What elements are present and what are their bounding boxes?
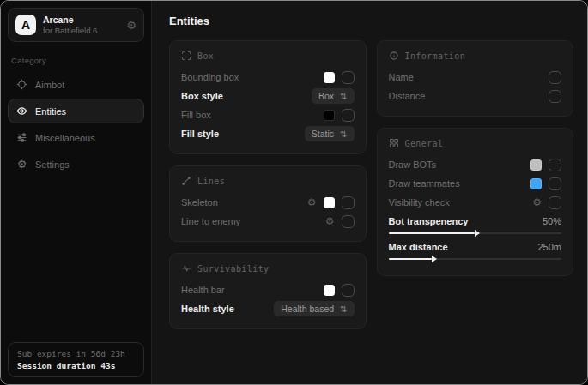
- gear-icon[interactable]: ⚙: [126, 19, 136, 32]
- gear-icon[interactable]: ⚙: [532, 197, 542, 208]
- setting-row-name: Name: [389, 68, 562, 87]
- unfold-icon: ⇅: [340, 92, 347, 101]
- sidebar-item-settings[interactable]: ⚙ Settings: [8, 152, 144, 177]
- setting-row-draw-bots: Draw BOTs: [389, 155, 562, 174]
- sidebar-item-label: Entities: [35, 106, 66, 117]
- info-icon: [389, 51, 399, 61]
- color-swatch[interactable]: [324, 285, 335, 296]
- dropdown-value: Box: [318, 91, 334, 101]
- eye-icon: [16, 105, 27, 117]
- draw-bots-checkbox[interactable]: [549, 159, 561, 171]
- slider-value: 50%: [543, 216, 561, 226]
- dropdown-value: Health based: [281, 304, 334, 314]
- card-title: Lines: [197, 177, 225, 186]
- sliders-icon: [16, 132, 27, 143]
- visibility-check-checkbox[interactable]: [549, 196, 561, 209]
- app-subtitle: for Battlefield 6: [43, 26, 119, 35]
- fill-box-checkbox[interactable]: [342, 109, 355, 122]
- sidebar-item-entities[interactable]: Entities: [8, 99, 144, 123]
- setting-row-fill-style: Fill style Static ⇅: [181, 124, 355, 143]
- setting-row-visibility-check: Visibility check ⚙: [389, 193, 562, 212]
- logo-card: A Arcane for Battlefield 6 ⚙: [8, 8, 144, 42]
- color-swatch[interactable]: [530, 159, 542, 171]
- box-card: Box Bounding box Box style Box: [169, 40, 367, 154]
- color-swatch[interactable]: [324, 110, 335, 121]
- unfold-icon: ⇅: [340, 129, 347, 139]
- setting-row-health-style: Health style Health based ⇅: [181, 299, 355, 318]
- gear-icon[interactable]: ⚙: [307, 197, 317, 208]
- health-style-dropdown[interactable]: Health based ⇅: [274, 301, 354, 316]
- main-content: Entities Box Bounding box: [152, 1, 587, 384]
- grid-icon: [389, 138, 399, 148]
- sidebar: A Arcane for Battlefield 6 ⚙ Category Ai…: [1, 1, 152, 384]
- setting-row-max-distance: Max distance 250m: [389, 239, 562, 255]
- bounding-box-checkbox[interactable]: [342, 71, 355, 84]
- distance-checkbox[interactable]: [549, 90, 561, 103]
- category-label: Category: [11, 56, 141, 65]
- subscription-info: Sub expires in 56d 23h Session duration …: [8, 342, 144, 377]
- setting-row-draw-teammates: Draw teammates: [389, 174, 562, 193]
- setting-row-bounding-box: Bounding box: [181, 68, 355, 87]
- sub-expiry-text: Sub expires in 56d 23h: [17, 349, 135, 358]
- page-title: Entities: [169, 15, 573, 27]
- slider-value: 250m: [537, 242, 561, 252]
- app-logo: A: [15, 15, 36, 35]
- setting-row-health-bar: Health bar: [181, 280, 355, 299]
- sidebar-item-miscellaneous[interactable]: Miscellaneous: [8, 125, 144, 150]
- box-corners-icon: [181, 51, 191, 61]
- card-title: Survivability: [197, 264, 269, 274]
- crosshair-icon: [16, 79, 27, 90]
- card-title: Box: [197, 51, 214, 61]
- sidebar-item-aimbot[interactable]: Aimbot: [8, 72, 144, 97]
- unfold-icon: ⇅: [340, 304, 347, 314]
- sidebar-item-label: Aimbot: [35, 80, 64, 90]
- setting-row-line-to-enemy: Line to enemy ⚙: [181, 212, 355, 231]
- sidebar-nav: Aimbot Entities Miscellaneous ⚙ Settings: [8, 72, 144, 177]
- sidebar-item-label: Miscellaneous: [35, 133, 95, 143]
- draw-teammates-checkbox[interactable]: [549, 177, 561, 190]
- session-duration-text: Session duration 43s: [17, 361, 135, 370]
- survivability-card: Survivability Health bar Health style: [169, 253, 367, 329]
- dropdown-value: Static: [312, 129, 334, 139]
- gear-icon[interactable]: ⚙: [325, 216, 335, 226]
- app-window: A Arcane for Battlefield 6 ⚙ Category Ai…: [0, 0, 588, 385]
- health-pulse-icon: [181, 263, 191, 274]
- box-style-dropdown[interactable]: Box ⇅: [312, 88, 354, 104]
- color-swatch[interactable]: [324, 72, 335, 83]
- information-card: Information Name Distance: [377, 40, 574, 117]
- card-title: Information: [405, 51, 466, 61]
- name-checkbox[interactable]: [549, 71, 561, 84]
- line-icon: [181, 176, 191, 186]
- general-card: General Draw BOTs Draw teammates: [377, 128, 574, 276]
- line-to-enemy-checkbox[interactable]: [342, 215, 355, 228]
- bot-transparency-slider[interactable]: [389, 232, 562, 234]
- setting-row-fill-box: Fill box: [181, 105, 355, 124]
- gear-icon: ⚙: [16, 158, 27, 171]
- setting-row-distance: Distance: [389, 87, 562, 105]
- setting-row-skeleton: Skeleton ⚙: [181, 193, 355, 212]
- card-title: General: [405, 139, 444, 148]
- setting-row-bot-transparency: Bot transpenency 50%: [389, 214, 562, 229]
- max-distance-slider[interactable]: [389, 258, 562, 260]
- color-swatch[interactable]: [324, 197, 335, 208]
- sidebar-item-label: Settings: [35, 159, 70, 170]
- skeleton-checkbox[interactable]: [342, 196, 355, 209]
- lines-card: Lines Skeleton ⚙ Line to enemy ⚙: [169, 165, 367, 242]
- setting-row-box-style: Box style Box ⇅: [181, 87, 355, 105]
- health-bar-checkbox[interactable]: [342, 284, 355, 297]
- color-swatch[interactable]: [530, 178, 542, 189]
- app-title: Arcane: [43, 15, 119, 25]
- fill-style-dropdown[interactable]: Static ⇅: [305, 126, 355, 141]
